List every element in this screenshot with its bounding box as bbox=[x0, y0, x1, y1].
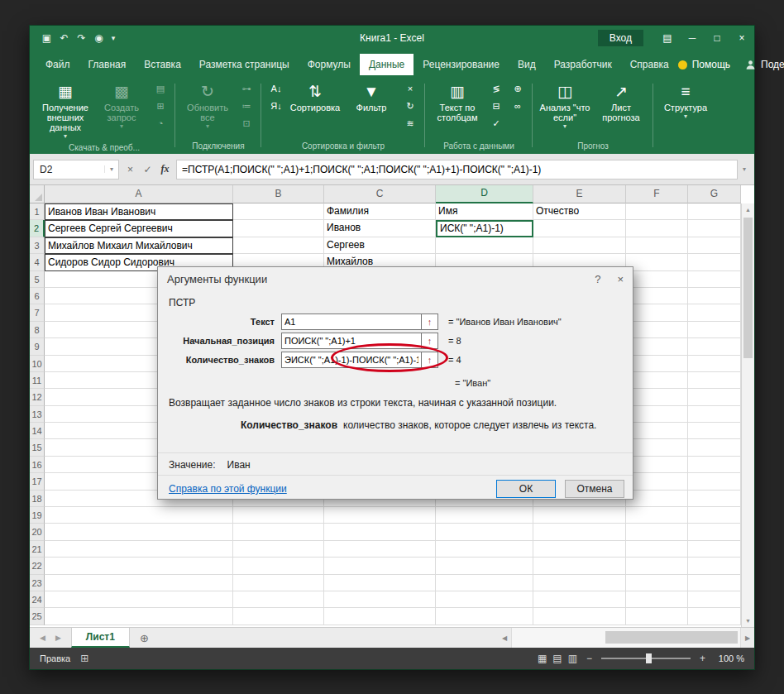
edit-links-button[interactable]: ⊡ bbox=[237, 116, 256, 132]
cell-G24[interactable] bbox=[688, 591, 741, 608]
cell-F3[interactable] bbox=[626, 237, 688, 254]
start-position-argument-input[interactable] bbox=[281, 333, 422, 349]
scroll-down-icon[interactable]: ▼ bbox=[742, 615, 754, 627]
cancel-button[interactable]: Отмена bbox=[565, 480, 624, 498]
vertical-scroll-thumb[interactable] bbox=[743, 218, 753, 358]
row-header-18[interactable]: 18 bbox=[30, 491, 45, 507]
row-header-1[interactable]: 1 bbox=[30, 203, 45, 220]
tab-insert[interactable]: Вставка bbox=[135, 54, 190, 75]
consolidate-button[interactable]: ⊕ bbox=[508, 81, 528, 97]
cell-G2[interactable] bbox=[688, 220, 741, 237]
formula-input[interactable] bbox=[176, 160, 738, 179]
scroll-up-icon[interactable]: ▲ bbox=[742, 203, 754, 216]
sort-button[interactable]: ⇅Сортировка bbox=[288, 79, 342, 115]
column-header-c[interactable]: C bbox=[324, 185, 436, 203]
cell-F17[interactable] bbox=[626, 473, 688, 490]
cell-G22[interactable] bbox=[688, 558, 741, 574]
cell-F21[interactable] bbox=[626, 541, 688, 558]
cell-B1[interactable] bbox=[233, 203, 324, 220]
cell-E25[interactable] bbox=[533, 608, 626, 625]
sheet-tab-list1[interactable]: Лист1 bbox=[71, 628, 130, 648]
horizontal-scrollbar[interactable]: ◀ ▶ bbox=[498, 628, 754, 648]
sort-az-button[interactable]: А↓ bbox=[266, 81, 286, 97]
cell-B20[interactable] bbox=[233, 524, 324, 540]
flash-fill-button[interactable]: ≶ bbox=[486, 81, 506, 97]
cell-G1[interactable] bbox=[688, 203, 741, 220]
cell-D24[interactable] bbox=[436, 591, 533, 608]
dialog-close-icon[interactable]: × bbox=[617, 273, 624, 285]
vertical-scrollbar[interactable]: ▲ ▼ bbox=[741, 203, 754, 627]
ok-button[interactable]: ОК bbox=[496, 480, 556, 498]
cell-B22[interactable] bbox=[233, 558, 324, 574]
connections-button[interactable]: ⊶ bbox=[237, 81, 256, 97]
cell-A20[interactable] bbox=[45, 524, 233, 540]
get-external-data-button[interactable]: ▦Получение внешних данных▾ bbox=[38, 79, 93, 142]
formula-bar-expand-icon[interactable]: ▾ bbox=[738, 165, 751, 173]
cell-G17[interactable] bbox=[688, 473, 741, 490]
cell-E23[interactable] bbox=[533, 575, 626, 591]
cell-G12[interactable] bbox=[688, 389, 741, 405]
cell-C3[interactable]: Сергеев bbox=[324, 237, 436, 254]
cell-F20[interactable] bbox=[626, 524, 688, 540]
cell-D23[interactable] bbox=[436, 575, 533, 591]
cell-F14[interactable] bbox=[626, 423, 688, 439]
tab-file[interactable]: Файл bbox=[36, 54, 79, 75]
cell-B24[interactable] bbox=[233, 591, 324, 608]
row-header-17[interactable]: 17 bbox=[30, 473, 45, 490]
cell-G11[interactable] bbox=[688, 372, 741, 389]
cell-G3[interactable] bbox=[688, 237, 741, 254]
ribbon-display-options-icon[interactable]: ▤ bbox=[655, 26, 680, 50]
cell-A2[interactable]: Сергеев Сергей Сергеевич bbox=[45, 220, 233, 237]
row-header-13[interactable]: 13 bbox=[30, 406, 45, 423]
cell-D21[interactable] bbox=[436, 541, 533, 558]
outline-button[interactable]: ≡Структура▾ bbox=[658, 79, 713, 122]
enter-entry-icon[interactable]: ✓ bbox=[139, 164, 156, 175]
range-picker-icon[interactable]: ↑ bbox=[422, 333, 438, 349]
row-header-19[interactable]: 19 bbox=[30, 507, 45, 524]
cell-E3[interactable] bbox=[533, 237, 626, 254]
row-header-20[interactable]: 20 bbox=[30, 524, 45, 540]
from-table-button[interactable]: ⊞ bbox=[151, 98, 170, 114]
zoom-out-icon[interactable]: − bbox=[586, 653, 592, 664]
redo-icon[interactable]: ↷ bbox=[73, 32, 90, 44]
row-header-4[interactable]: 4 bbox=[30, 254, 45, 270]
row-header-8[interactable]: 8 bbox=[30, 322, 45, 338]
cell-F6[interactable] bbox=[626, 288, 688, 304]
scroll-left-icon[interactable]: ◀ bbox=[498, 634, 511, 642]
forecast-sheet-button[interactable]: ↗Лист прогноза bbox=[594, 79, 648, 125]
cell-D20[interactable] bbox=[436, 524, 533, 540]
cell-F1[interactable] bbox=[626, 203, 688, 220]
text-argument-input[interactable] bbox=[281, 313, 422, 330]
cell-D2[interactable]: ИСК(" ";A1)-1) bbox=[436, 220, 533, 237]
relationships-button[interactable]: ∞ bbox=[508, 98, 528, 114]
tab-view[interactable]: Вид bbox=[509, 54, 545, 75]
undo-icon[interactable]: ↶ bbox=[55, 32, 73, 44]
cell-E20[interactable] bbox=[533, 524, 626, 540]
cell-F9[interactable] bbox=[626, 338, 688, 355]
cell-G7[interactable] bbox=[688, 304, 741, 321]
cell-G13[interactable] bbox=[688, 406, 741, 423]
new-query-button[interactable]: ▩Создать запрос▾ bbox=[94, 79, 149, 132]
cell-C2[interactable]: Иванов bbox=[324, 220, 436, 237]
tab-home[interactable]: Главная bbox=[79, 54, 136, 75]
text-to-columns-button[interactable]: ▥Текст по столбцам bbox=[430, 79, 485, 125]
cell-G6[interactable] bbox=[688, 288, 741, 304]
cell-D19[interactable] bbox=[436, 507, 533, 524]
column-header-d[interactable]: D bbox=[436, 185, 533, 203]
properties-button[interactable]: ≔ bbox=[237, 98, 256, 114]
refresh-all-button[interactable]: ↻Обновить все▾ bbox=[180, 79, 235, 132]
cell-G16[interactable] bbox=[688, 457, 741, 473]
horizontal-scroll-thumb[interactable] bbox=[605, 631, 738, 644]
cell-F24[interactable] bbox=[626, 591, 688, 608]
cell-F16[interactable] bbox=[626, 457, 688, 473]
column-header-e[interactable]: E bbox=[533, 185, 626, 203]
cell-F2[interactable] bbox=[626, 220, 688, 237]
select-all-button[interactable] bbox=[30, 185, 45, 203]
cell-C21[interactable] bbox=[324, 541, 436, 558]
page-layout-view-icon[interactable]: ▤ bbox=[552, 653, 562, 664]
clear-filter-button[interactable]: × bbox=[400, 81, 420, 97]
filter-button[interactable]: ▼Фильтр bbox=[344, 79, 399, 115]
data-validation-button[interactable]: ✓ bbox=[486, 116, 506, 132]
cell-F13[interactable] bbox=[626, 406, 688, 423]
save-icon[interactable]: ▣ bbox=[38, 32, 55, 44]
